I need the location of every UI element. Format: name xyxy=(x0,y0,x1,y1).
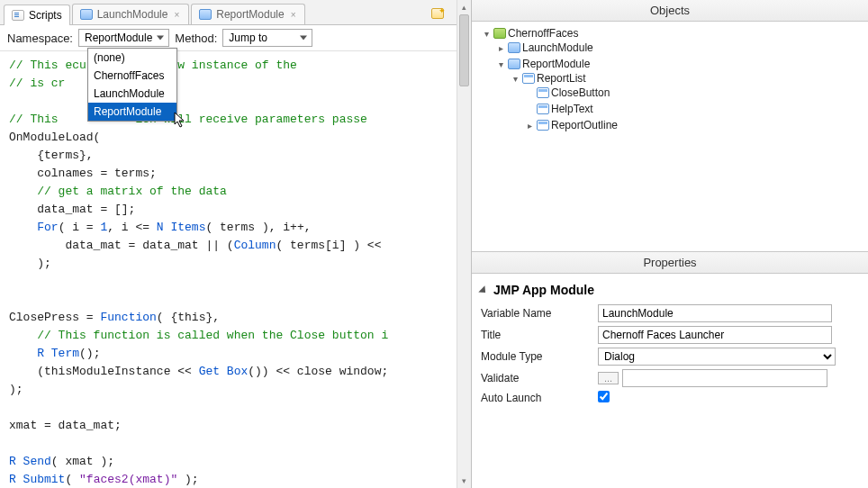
tree-node[interactable]: ▾ReportListCloseButtonHelpText▸ReportOut… xyxy=(510,70,863,135)
tree-root-node[interactable]: ▾ChernoffFaces▸LaunchModule▾ReportModule… xyxy=(481,25,863,139)
property-text-input[interactable] xyxy=(622,369,827,387)
expand-icon[interactable]: ▸ xyxy=(495,42,506,53)
expand-icon[interactable]: ▾ xyxy=(510,73,520,84)
script-tab-bar: ScriptsLaunchModule×ReportModule× ▾ xyxy=(0,0,471,25)
tree-node-label: ChernoffFaces xyxy=(508,27,579,40)
module-icon xyxy=(508,42,520,53)
module-icon xyxy=(508,59,520,69)
property-text-input[interactable] xyxy=(598,304,832,322)
tree-node[interactable]: ▾ReportModule▾ReportListCloseButtonHelpT… xyxy=(495,56,863,137)
app-icon xyxy=(493,28,506,39)
namespace-option[interactable]: ReportModule xyxy=(88,103,176,121)
tab-label: ReportModule xyxy=(216,8,284,21)
method-label: Method: xyxy=(175,32,217,45)
widget-icon xyxy=(537,104,549,114)
module-icon xyxy=(80,9,93,20)
script-icon xyxy=(12,10,24,21)
tree-spacer xyxy=(524,104,535,114)
namespace-label: Namespace: xyxy=(7,32,73,45)
expand-icon[interactable]: ▾ xyxy=(495,59,506,69)
property-row: Variable Name xyxy=(481,304,859,322)
property-text-input[interactable] xyxy=(598,326,832,344)
expand-icon[interactable]: ▾ xyxy=(481,28,492,39)
tree-node-label: CloseButton xyxy=(551,86,610,99)
property-checkbox[interactable] xyxy=(598,391,610,402)
tree-node[interactable]: HelpText xyxy=(524,101,863,117)
tab-label: LaunchModule xyxy=(97,8,168,21)
objects-tree[interactable]: ▾ChernoffFaces▸LaunchModule▾ReportModule… xyxy=(472,22,868,252)
properties-panel: JMP App Module Variable NameTitleModule … xyxy=(472,274,868,488)
module-icon xyxy=(199,9,212,20)
method-combo[interactable]: Jump to xyxy=(222,29,312,47)
properties-header: Properties xyxy=(472,252,868,274)
property-row: Auto Launch xyxy=(481,391,859,405)
tab-launchmodule[interactable]: LaunchModule× xyxy=(72,4,190,24)
tree-node[interactable]: ▸ReportOutline xyxy=(524,117,863,133)
namespace-option[interactable]: LaunchModule xyxy=(88,85,176,103)
tree-node-label: HelpText xyxy=(551,103,593,115)
property-label: Validate xyxy=(481,372,598,384)
tree-node-label: ReportList xyxy=(537,72,586,85)
namespace-option[interactable]: (none) xyxy=(88,49,176,67)
tree-node-label: ReportOutline xyxy=(551,119,618,131)
vertical-scrollbar[interactable]: ▴ ▾ xyxy=(457,0,471,488)
objects-header: Objects xyxy=(472,0,868,22)
tree-node-label: LaunchModule xyxy=(522,41,593,54)
property-label: Module Type xyxy=(481,350,598,363)
script-toolbar: Namespace: ReportModule Method: Jump to xyxy=(0,25,471,51)
property-row: Module TypeDialog xyxy=(481,348,859,366)
widget-icon xyxy=(537,87,549,98)
scroll-down-icon[interactable]: ▾ xyxy=(457,474,471,488)
property-edit-button[interactable]: ... xyxy=(598,372,619,384)
widget-icon xyxy=(522,73,535,84)
namespace-combo[interactable]: ReportModule xyxy=(78,29,169,47)
property-label: Variable Name xyxy=(481,307,598,320)
close-icon[interactable]: × xyxy=(289,10,298,20)
tab-reportmodule[interactable]: ReportModule× xyxy=(191,4,305,24)
namespace-option[interactable]: ChernoffFaces xyxy=(88,67,176,85)
widget-icon xyxy=(537,120,549,131)
property-select[interactable]: Dialog xyxy=(598,348,836,366)
namespace-dropdown[interactable]: (none)ChernoffFacesLaunchModuleReportMod… xyxy=(87,48,177,122)
tab-scripts[interactable]: Scripts xyxy=(4,5,70,25)
scroll-thumb[interactable] xyxy=(459,14,469,86)
property-row: Title xyxy=(481,326,859,344)
tree-spacer xyxy=(524,87,535,98)
tree-node[interactable]: ▸LaunchModule xyxy=(495,40,863,56)
tab-label: Scripts xyxy=(29,9,62,22)
close-icon[interactable]: × xyxy=(172,10,181,20)
scroll-up-icon[interactable]: ▴ xyxy=(457,0,471,14)
properties-section-title[interactable]: JMP App Module xyxy=(481,279,859,304)
code-editor[interactable]: // This ecuted when a new instance of th… xyxy=(0,51,471,488)
property-label: Auto Launch xyxy=(481,392,598,404)
tree-node[interactable]: CloseButton xyxy=(524,85,863,101)
expand-icon[interactable]: ▸ xyxy=(524,120,535,131)
new-tab-icon[interactable] xyxy=(431,8,444,19)
tree-node-label: ReportModule xyxy=(522,58,590,70)
property-label: Title xyxy=(481,329,598,341)
property-row: Validate... xyxy=(481,369,859,387)
